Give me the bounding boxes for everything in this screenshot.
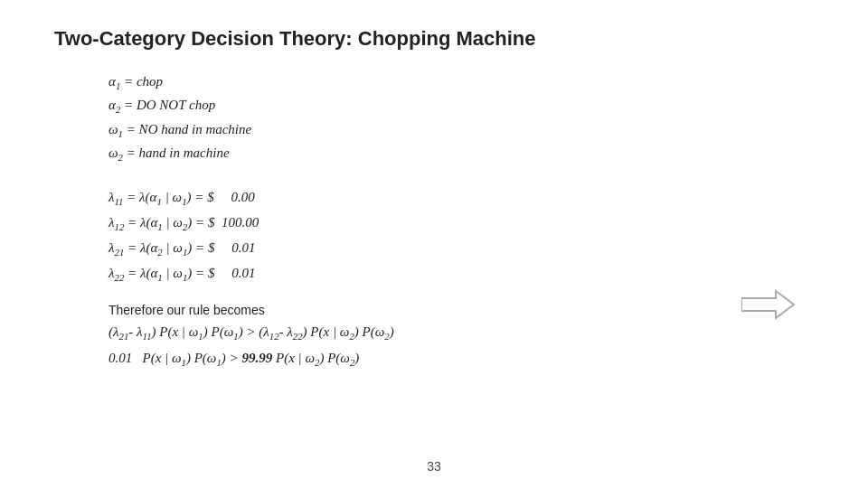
lambda-21: λ21 = λ(α2 | ω1) = $ 0.01	[108, 236, 814, 261]
arrow-icon	[741, 289, 796, 320]
therefore-label: Therefore our rule becomes	[108, 303, 814, 317]
def-omega1: ω1 = NO hand in machine	[108, 118, 814, 142]
def-alpha2: α2 = DO NOT chop	[108, 94, 814, 117]
slide-title: Two-Category Decision Theory: Chopping M…	[54, 27, 814, 51]
lambda-11: λ11 = λ(α1 | ω1) = $ 0.00	[108, 185, 814, 211]
rule-line-1: (λ21- λ11) P(x | ω1) P(ω1) > (λ12- λ22) …	[108, 324, 814, 342]
def-omega2: ω2 = hand in machine	[108, 142, 814, 165]
definitions-section: α1 = chop α2 = DO NOT chop ω1 = NO hand …	[108, 70, 814, 165]
lambda-12: λ12 = λ(α1 | ω2) = $ 100.00	[108, 211, 814, 236]
rule-line-2: 0.01 P(x | ω1) P(ω1) > 99.99 P(x | ω2) P…	[108, 351, 814, 368]
page-number: 33	[427, 459, 441, 474]
svg-marker-0	[741, 291, 794, 318]
def-alpha1: α1 = chop	[108, 70, 814, 94]
lambda-section: λ11 = λ(α1 | ω1) = $ 0.00 λ12 = λ(α1 | ω…	[108, 185, 814, 286]
therefore-section: Therefore our rule becomes (λ21- λ11) P(…	[108, 303, 814, 368]
lambda-22: λ22 = λ(α1 | ω1) = $ 0.01	[108, 261, 814, 286]
